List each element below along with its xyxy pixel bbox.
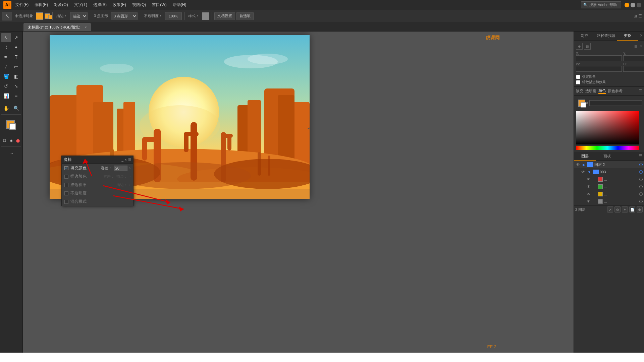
layer-row-003[interactable]: 👁 ▼ 003 bbox=[574, 168, 644, 176]
panel-menu-button[interactable]: ☰ bbox=[128, 158, 131, 162]
h-input[interactable] bbox=[623, 66, 644, 72]
style-swatch[interactable] bbox=[202, 12, 209, 20]
new-layer-from-button[interactable]: ↗ bbox=[607, 206, 613, 213]
color-menu[interactable]: ☰ bbox=[639, 89, 642, 93]
arrange-icon[interactable]: ⊞ bbox=[634, 14, 637, 18]
stroke-type-select[interactable]: 描边 bbox=[70, 12, 88, 20]
menu-edit[interactable]: 编辑(E) bbox=[32, 1, 51, 8]
artboards-tab[interactable]: 画板 bbox=[596, 152, 618, 161]
gradient-tool[interactable]: ◧ bbox=[11, 72, 21, 81]
layer-red-lock[interactable] bbox=[639, 178, 643, 181]
menu-object[interactable]: 对象(O) bbox=[51, 1, 70, 8]
close-panel-button[interactable]: × bbox=[638, 32, 644, 41]
color-ref-tab[interactable]: 颜色参考 bbox=[608, 88, 623, 94]
transform-close[interactable]: × bbox=[640, 45, 642, 48]
menu-view[interactable]: 视图(Q) bbox=[129, 1, 149, 8]
transform-tab[interactable]: 变换 bbox=[617, 32, 638, 41]
more-tools[interactable]: ··· bbox=[7, 148, 16, 158]
scale-checkbox[interactable] bbox=[576, 80, 580, 84]
layer-2-expand[interactable]: ▶ bbox=[582, 162, 586, 167]
menu-select[interactable]: 选择(S) bbox=[91, 1, 109, 8]
layer-color-yellow[interactable]: 👁 ... bbox=[574, 190, 644, 198]
layer-gray-visibility[interactable]: 👁 bbox=[586, 199, 591, 204]
preferences-button[interactable]: 首选项 bbox=[236, 12, 254, 20]
menu-effect[interactable]: 效果(E) bbox=[110, 1, 129, 8]
layer-green-visibility[interactable]: 👁 bbox=[586, 184, 591, 189]
opacity-checkbox[interactable] bbox=[64, 191, 68, 195]
delete-layer-button[interactable]: 🗑 bbox=[637, 206, 643, 213]
doc-settings-button[interactable]: 文档设置 bbox=[214, 12, 235, 20]
layer-red-visibility[interactable]: 👁 bbox=[586, 177, 591, 182]
new-layer-button[interactable]: 📄 bbox=[629, 206, 635, 213]
background-color[interactable] bbox=[9, 123, 16, 130]
layer-yellow-visibility[interactable]: 👁 bbox=[586, 191, 591, 197]
tab-close-button[interactable]: × bbox=[85, 25, 87, 29]
layer-003-visibility[interactable]: 👁 bbox=[581, 169, 586, 175]
magic-wand-tool[interactable]: ✦ bbox=[11, 43, 21, 52]
pathfinder-tab[interactable]: 路径查找器 bbox=[595, 32, 617, 41]
rect-tool[interactable]: ▭ bbox=[11, 62, 21, 71]
create-clipping-button[interactable]: ⊙ bbox=[614, 206, 621, 213]
close-button[interactable] bbox=[637, 3, 641, 7]
document-tab[interactable]: 未标题-1* @ 100%（RGB/预览） × bbox=[23, 23, 91, 31]
quick-mask[interactable]: ⬤ bbox=[15, 136, 21, 145]
minimize-button[interactable] bbox=[625, 3, 629, 7]
text-tool[interactable]: T bbox=[11, 52, 21, 62]
layers-tab[interactable]: 图层 bbox=[574, 152, 596, 161]
layer-yellow-lock[interactable] bbox=[639, 192, 643, 196]
layer-003-lock[interactable] bbox=[639, 170, 643, 174]
paint-bucket-tool[interactable]: 🪣 bbox=[1, 72, 11, 81]
warp-tool[interactable]: ⤡ bbox=[11, 81, 21, 91]
search-box[interactable]: 🔍 搜索 Adobe 帮助 bbox=[581, 1, 621, 8]
color-tab[interactable]: 颜色 bbox=[598, 88, 606, 94]
layer-2-lock[interactable] bbox=[639, 163, 643, 166]
layer-color-red[interactable]: 👁 ... bbox=[574, 176, 644, 183]
opacity-input[interactable] bbox=[165, 12, 182, 20]
color-gradient-picker[interactable] bbox=[576, 111, 639, 144]
bg-color-box[interactable] bbox=[581, 102, 586, 108]
layer-color-gray[interactable]: 👁 ... bbox=[574, 198, 644, 205]
transparency-tab[interactable]: 透明度 bbox=[585, 88, 596, 94]
align-tab[interactable]: 对齐 bbox=[574, 32, 595, 41]
transform-menu[interactable]: ☰ bbox=[634, 45, 637, 48]
hue-tab[interactable]: 淡变 bbox=[576, 88, 583, 94]
color-spectrum-bar[interactable] bbox=[576, 146, 639, 150]
points-select[interactable]: 3 点圆形 bbox=[111, 12, 138, 20]
fill-color-swatch[interactable] bbox=[36, 12, 43, 20]
lasso-tool[interactable]: ⌇ bbox=[1, 43, 11, 52]
fill-tolerance-input[interactable] bbox=[114, 166, 127, 171]
menu-file[interactable]: 文件(F) bbox=[13, 1, 31, 8]
maximize-button[interactable] bbox=[631, 3, 635, 7]
new-sublayer-button[interactable]: + bbox=[622, 206, 628, 213]
layer-green-lock[interactable] bbox=[639, 185, 643, 188]
y-input[interactable] bbox=[623, 55, 644, 61]
corner-checkbox-1[interactable] bbox=[576, 75, 580, 79]
blend-checkbox[interactable] bbox=[64, 200, 68, 204]
pen-tool[interactable]: ✒ bbox=[1, 52, 11, 62]
layer-2-visibility[interactable]: 👁 bbox=[575, 162, 581, 167]
select-tool[interactable]: ↖ bbox=[1, 33, 11, 42]
graph-tool[interactable]: 📊 bbox=[1, 91, 11, 101]
panel-minimize-button[interactable]: _ bbox=[122, 158, 124, 162]
line-tool[interactable]: / bbox=[1, 62, 11, 71]
layer-color-green[interactable]: 👁 ... bbox=[574, 183, 644, 190]
transform-tool[interactable]: ↺ bbox=[1, 81, 11, 91]
menu-window[interactable]: 窗口(W) bbox=[149, 1, 169, 8]
workspace-icon[interactable]: ☰ bbox=[638, 14, 642, 18]
fill-color-checkbox[interactable]: ✓ bbox=[64, 166, 68, 170]
selection-tool-indicator[interactable]: ↖ bbox=[2, 12, 12, 20]
mask-mode[interactable]: ◉ bbox=[8, 136, 14, 145]
layer-row-2[interactable]: 👁 ▶ 图层 2 bbox=[574, 161, 644, 168]
normal-mode[interactable]: ☐ bbox=[1, 136, 7, 145]
layers-menu[interactable]: ☰ bbox=[638, 152, 644, 161]
w-input[interactable] bbox=[576, 66, 622, 72]
menu-text[interactable]: 文字(T) bbox=[71, 1, 90, 8]
zoom-tool[interactable]: 🔍 bbox=[11, 104, 21, 113]
layer-003-expand[interactable]: ▼ bbox=[587, 170, 592, 174]
direct-select-tool[interactable]: ↗ bbox=[11, 33, 21, 42]
stroke-color-checkbox[interactable] bbox=[64, 175, 68, 179]
stroke-weight-checkbox[interactable] bbox=[64, 183, 68, 187]
layer-gray-lock[interactable] bbox=[639, 200, 643, 203]
fill-tolerance-expand[interactable]: › bbox=[129, 166, 130, 170]
x-input[interactable] bbox=[576, 55, 622, 61]
